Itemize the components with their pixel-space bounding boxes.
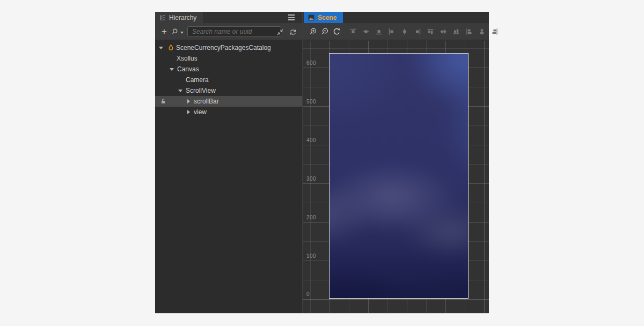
ruler-label-600: 600 (306, 60, 316, 66)
tree-row-scrollbar[interactable]: scrollBar (155, 96, 302, 107)
distribute-right-icon[interactable] (491, 27, 499, 36)
hierarchy-tabbar: Hierarchy (155, 12, 302, 23)
scene-viewport[interactable]: 600 500 400 300 200 100 0 (303, 41, 489, 313)
align-v-center-icon[interactable] (362, 27, 370, 36)
search-type-button[interactable] (172, 28, 184, 35)
ruler-label-200: 200 (306, 214, 316, 220)
reset-view-icon[interactable] (333, 27, 341, 36)
align-bottom-icon[interactable] (375, 27, 383, 36)
hierarchy-panel: Hierarchy + (155, 12, 302, 313)
node-label: Xsollus (177, 55, 197, 62)
align-h-center-icon[interactable] (400, 27, 409, 36)
add-node-button[interactable]: + (160, 27, 169, 36)
node-label: Camera (186, 76, 209, 84)
flame-icon (168, 44, 174, 51)
ruler-label-500: 500 (306, 99, 316, 105)
distribute-left-icon[interactable] (465, 27, 473, 36)
tree-row-canvas[interactable]: Canvas (155, 64, 302, 75)
node-label: SceneCurrencyPackagesCatalog (176, 44, 271, 51)
chevron-down-icon (180, 32, 184, 34)
tab-hierarchy[interactable]: Hierarchy (155, 12, 203, 23)
editor-window: Hierarchy + (0, 0, 644, 326)
scene-tab-label: Scene (318, 14, 336, 21)
scene-toolbar (303, 23, 489, 40)
tree-row-camera[interactable]: Camera (155, 75, 302, 85)
node-label: scrollBar (194, 98, 219, 105)
distribute-v-center-icon[interactable] (439, 27, 448, 36)
scene-canvas-image[interactable] (329, 53, 469, 299)
distribute-h-center-icon[interactable] (478, 27, 486, 36)
tree-row-xsollus[interactable]: Xsollus (155, 53, 302, 64)
blurred-background-image (329, 53, 469, 299)
hierarchy-tree-icon (159, 14, 166, 21)
hierarchy-toolbar: + (155, 23, 302, 40)
align-right-icon[interactable] (413, 27, 422, 36)
tree-row-scenecurrencypackagescatalog[interactable]: SceneCurrencyPackagesCatalog (155, 42, 302, 53)
hierarchy-tree: SceneCurrencyPackagesCatalog Xsollus Can… (155, 41, 302, 313)
refresh-icon[interactable] (289, 28, 297, 36)
node-label: view (194, 108, 207, 116)
scene-tabbar: Scene (303, 12, 489, 23)
ruler-label-400: 400 (306, 137, 316, 143)
search-icon (172, 28, 179, 35)
ruler-label-300: 300 (306, 176, 316, 182)
zoom-in-icon[interactable] (309, 27, 317, 36)
expand-arrow-icon[interactable] (187, 110, 190, 114)
tab-scene[interactable]: Scene (304, 12, 343, 23)
align-top-icon[interactable] (349, 27, 357, 36)
node-label: ScrollView (186, 87, 216, 94)
collapse-arrow-icon[interactable] (178, 90, 182, 92)
search-input[interactable] (187, 26, 281, 37)
expand-arrow-icon[interactable] (187, 99, 190, 103)
distribute-top-icon[interactable] (426, 27, 435, 36)
lock-icon[interactable] (160, 99, 166, 104)
tree-row-view[interactable]: view (155, 107, 302, 117)
collapse-arrow-icon[interactable] (159, 47, 163, 49)
menu-icon[interactable] (288, 14, 295, 20)
scene-panel: Scene (302, 12, 489, 313)
collapse-all-icon[interactable] (276, 28, 284, 36)
alignment-toolbar (349, 27, 499, 36)
ruler-label-100: 100 (306, 253, 316, 259)
align-left-icon[interactable] (387, 27, 396, 36)
ruler-label-0: 0 (306, 291, 310, 297)
hierarchy-tab-label: Hierarchy (169, 14, 196, 21)
collapse-arrow-icon[interactable] (170, 68, 174, 71)
distribute-bottom-icon[interactable] (452, 27, 460, 36)
zoom-out-icon[interactable] (321, 27, 329, 36)
image-icon (308, 14, 314, 21)
tree-row-scrollview[interactable]: ScrollView (155, 85, 302, 96)
node-label: Canvas (177, 65, 199, 73)
workspace: Hierarchy + (155, 12, 489, 313)
